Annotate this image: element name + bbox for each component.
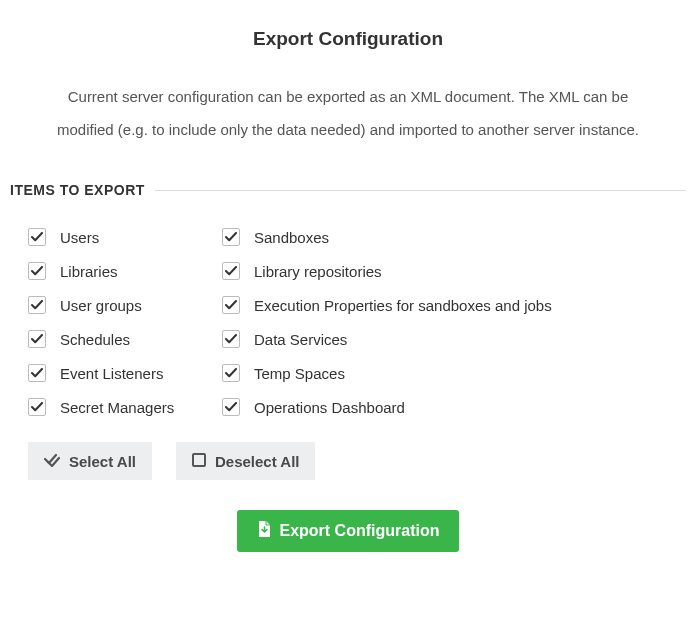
checkbox[interactable] <box>222 330 240 348</box>
item-label: Data Services <box>254 331 347 348</box>
deselect-all-button[interactable]: Deselect All <box>176 442 316 480</box>
checkbox[interactable] <box>222 364 240 382</box>
page-title: Export Configuration <box>10 28 686 50</box>
list-item: Temp Spaces <box>222 356 686 390</box>
list-item: Operations Dashboard <box>222 390 686 424</box>
export-label: Export Configuration <box>280 522 440 540</box>
list-item: Data Services <box>222 322 686 356</box>
double-check-icon <box>44 453 60 470</box>
item-label: Libraries <box>60 263 118 280</box>
section-header: ITEMS TO EXPORT <box>10 182 686 198</box>
svg-rect-0 <box>193 454 205 466</box>
item-label: Schedules <box>60 331 130 348</box>
list-item: Secret Managers <box>28 390 198 424</box>
list-item: Event Listeners <box>28 356 198 390</box>
list-item: Users <box>28 220 198 254</box>
checkbox[interactable] <box>222 262 240 280</box>
checkbox[interactable] <box>28 364 46 382</box>
list-item: Schedules <box>28 322 198 356</box>
item-label: Secret Managers <box>60 399 174 416</box>
item-label: User groups <box>60 297 142 314</box>
item-label: Sandboxes <box>254 229 329 246</box>
checkbox[interactable] <box>222 228 240 246</box>
file-export-icon <box>257 521 271 541</box>
section-header-text: ITEMS TO EXPORT <box>10 182 155 198</box>
select-all-label: Select All <box>69 453 136 470</box>
list-item: Sandboxes <box>222 220 686 254</box>
list-item: User groups <box>28 288 198 322</box>
checkbox[interactable] <box>28 398 46 416</box>
checkbox[interactable] <box>28 228 46 246</box>
checkbox[interactable] <box>222 398 240 416</box>
checkbox[interactable] <box>222 296 240 314</box>
item-label: Library repositories <box>254 263 382 280</box>
item-label: Temp Spaces <box>254 365 345 382</box>
list-item: Execution Properties for sandboxes and j… <box>222 288 686 322</box>
item-label: Execution Properties for sandboxes and j… <box>254 297 552 314</box>
checkbox[interactable] <box>28 296 46 314</box>
select-all-button[interactable]: Select All <box>28 442 152 480</box>
page-description: Current server configuration can be expo… <box>40 80 656 146</box>
item-label: Operations Dashboard <box>254 399 405 416</box>
export-configuration-button[interactable]: Export Configuration <box>237 510 460 552</box>
item-label: Users <box>60 229 99 246</box>
empty-checkbox-icon <box>192 453 206 470</box>
list-item: Library repositories <box>222 254 686 288</box>
divider <box>155 190 686 191</box>
list-item: Libraries <box>28 254 198 288</box>
checkbox[interactable] <box>28 262 46 280</box>
checkbox[interactable] <box>28 330 46 348</box>
item-label: Event Listeners <box>60 365 163 382</box>
deselect-all-label: Deselect All <box>215 453 300 470</box>
